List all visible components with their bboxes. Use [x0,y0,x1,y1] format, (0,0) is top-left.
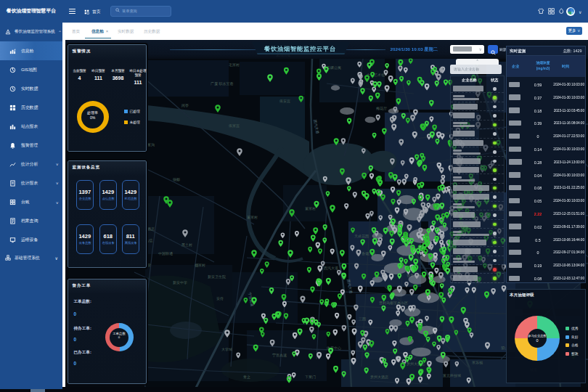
svg-text:下菜门: 下菜门 [305,375,316,379]
svg-text:梅花厅: 梅花厅 [376,106,387,111]
svg-text:依家宫: 依家宫 [228,123,240,128]
svg-text:安侍: 安侍 [216,296,224,301]
svg-text:新安中学: 新安中学 [173,280,187,285]
svg-text:广厦 职水宝巷: 广厦 职水宝巷 [211,81,233,86]
svg-text:西汽大道: 西汽大道 [324,266,338,271]
svg-text:宁宣高速: 宁宣高速 [272,353,287,357]
svg-text:富元科技城: 富元科技城 [443,373,461,377]
svg-text:黑土村: 黑土村 [181,242,192,248]
svg-text:贵州大酒店: 贵州大酒店 [370,375,388,380]
svg-text:中国联通: 中国联通 [158,251,173,256]
svg-text:闲亭: 闲亭 [181,103,189,108]
svg-text:青之: 青之 [243,375,250,380]
svg-text:普利乌都宝杰小区: 普利乌都宝杰小区 [379,301,408,306]
svg-text:家乐福: 家乐福 [472,360,483,365]
svg-text:天成花园: 天成花园 [354,234,369,239]
svg-text:大学城: 大学城 [221,347,232,351]
svg-text:董家村: 董家村 [305,206,316,211]
svg-text:依安宫: 依安宫 [279,99,290,103]
svg-text:董家村: 董家村 [247,215,258,220]
svg-text:三园: 三园 [359,317,366,322]
svg-text:毛家村: 毛家村 [229,62,240,68]
svg-text:新安卫生院: 新安卫生院 [208,274,226,279]
svg-text:棚家村: 棚家村 [195,263,205,268]
svg-text:体育中心: 体育中心 [326,346,341,350]
svg-text:铜都: 铜都 [173,177,180,182]
